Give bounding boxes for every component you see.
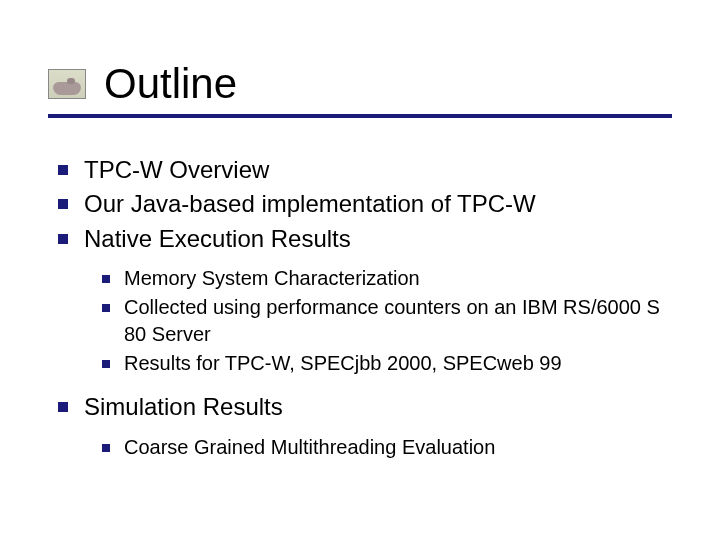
slide-title: Outline	[104, 60, 237, 108]
square-bullet-icon	[58, 199, 68, 209]
square-bullet-icon	[102, 444, 110, 452]
list-item: Native Execution Results	[58, 223, 672, 255]
slide-content: TPC-W Overview Our Java-based implementa…	[48, 154, 672, 461]
list-item: Simulation Results	[58, 391, 672, 423]
square-bullet-icon	[102, 304, 110, 312]
list-item: Collected using performance counters on …	[102, 294, 672, 348]
square-bullet-icon	[58, 165, 68, 175]
list-item: Our Java-based implementation of TPC-W	[58, 188, 672, 220]
list-item-text: Collected using performance counters on …	[124, 294, 672, 348]
bullet-list: Simulation Results	[58, 391, 672, 423]
logo-icon	[48, 69, 86, 99]
list-item-text: Memory System Characterization	[124, 265, 672, 292]
list-item: TPC-W Overview	[58, 154, 672, 186]
list-item-text: Native Execution Results	[84, 223, 672, 255]
square-bullet-icon	[102, 275, 110, 283]
square-bullet-icon	[58, 402, 68, 412]
list-item: Coarse Grained Multithreading Evaluation	[102, 434, 672, 461]
slide: Outline TPC-W Overview Our Java-based im…	[0, 0, 720, 540]
square-bullet-icon	[102, 360, 110, 368]
bullet-list: TPC-W Overview Our Java-based implementa…	[58, 154, 672, 255]
list-item-text: Coarse Grained Multithreading Evaluation	[124, 434, 672, 461]
list-item-text: Our Java-based implementation of TPC-W	[84, 188, 672, 220]
sub-bullet-list: Memory System Characterization Collected…	[58, 265, 672, 377]
list-item-text: Simulation Results	[84, 391, 672, 423]
sub-bullet-list: Coarse Grained Multithreading Evaluation	[58, 434, 672, 461]
title-underline	[48, 114, 672, 118]
list-item-text: Results for TPC-W, SPECjbb 2000, SPECweb…	[124, 350, 672, 377]
slide-header: Outline	[48, 60, 672, 108]
list-item-text: TPC-W Overview	[84, 154, 672, 186]
list-item: Results for TPC-W, SPECjbb 2000, SPECweb…	[102, 350, 672, 377]
square-bullet-icon	[58, 234, 68, 244]
list-item: Memory System Characterization	[102, 265, 672, 292]
